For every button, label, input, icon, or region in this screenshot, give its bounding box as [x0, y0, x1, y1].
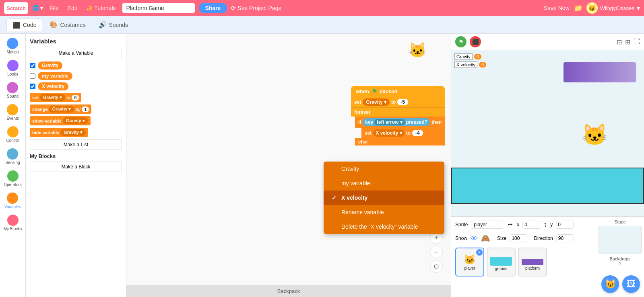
add-sprite-area: 😺 🖼	[601, 275, 640, 293]
sprite-thumb-player[interactable]: ✕ 🐱 player	[455, 248, 484, 277]
motion-label: Motion	[6, 50, 19, 54]
code-tab-icon: ⬛	[12, 21, 21, 29]
myvariable-chip[interactable]: my variable	[38, 72, 72, 80]
sidebar-item-events[interactable]: Events	[6, 104, 19, 121]
direction-input[interactable]	[556, 234, 574, 242]
variables-label: Variables	[4, 205, 21, 209]
stage-fullscreen-button[interactable]: ⛶	[634, 38, 640, 45]
tab-sounds[interactable]: 🔊 Sounds	[93, 18, 134, 31]
when-flag-clicked-block[interactable]: when ⚑ clicked	[351, 86, 445, 97]
show-var-field[interactable]: Gravity ▾	[63, 117, 88, 124]
folder-icon[interactable]: 📁	[574, 4, 582, 12]
main-block-stack[interactable]: when ⚑ clicked set Gravity ▾ to -5 forev…	[351, 86, 445, 145]
canvas-cat-decoration: 🐱	[409, 42, 427, 59]
if-block[interactable]: if key left arrow ▾ pressed? then	[355, 117, 445, 128]
sidebar-item-motion[interactable]: Motion	[6, 38, 19, 54]
dropdown-item-xvelocity[interactable]: ✓ X velocity	[324, 190, 444, 205]
make-variable-button[interactable]: Make a Variable	[30, 48, 122, 58]
see-project-button[interactable]: ⟳ See Project Page	[231, 5, 281, 11]
xvelocity-pill[interactable]: X velocity ▾	[373, 129, 404, 137]
set-var-field[interactable]: Gravity ▾	[40, 94, 65, 101]
stage-area: ⚑ ⬛ ⊡ ⊞ ⛶ Gravity 0 X velocity 0	[451, 34, 644, 217]
green-flag-button[interactable]: ⚑	[455, 36, 466, 47]
tab-code[interactable]: ⬛ Code	[6, 18, 42, 31]
sensing-label: Sensing	[5, 160, 20, 165]
control-icon	[7, 126, 19, 137]
else-block[interactable]: else	[355, 138, 445, 145]
change-var-field[interactable]: Gravity ▾	[49, 106, 74, 113]
forever-block[interactable]: forever	[351, 108, 445, 117]
show-variable-block[interactable]: show variable Gravity ▾	[30, 116, 91, 125]
set-block-row: set Gravity ▾ to 0	[30, 93, 122, 102]
sprite-x-input[interactable]	[522, 221, 540, 229]
add-backdrop-button[interactable]: 🖼	[622, 275, 640, 293]
set-block[interactable]: set Gravity ▾ to 0	[30, 93, 81, 102]
xvelocity-checkbox[interactable]	[30, 84, 35, 89]
gravity-chip[interactable]: Gravity	[38, 61, 62, 70]
sounds-tab-icon: 🔊	[99, 21, 107, 29]
set-xvelocity-block[interactable]: set X velocity ▾ to -4	[361, 128, 445, 138]
xvelocity-value[interactable]: -4	[412, 130, 423, 136]
sprite-y-input[interactable]	[556, 221, 574, 229]
size-input[interactable]	[510, 234, 527, 242]
dropdown-item-gravity[interactable]: Gravity	[324, 162, 444, 176]
variables-icon	[7, 193, 18, 204]
stop-button[interactable]: ⬛	[470, 36, 481, 47]
hide-variable-block[interactable]: hide variable Gravity ▾	[30, 128, 88, 137]
stage-small-mode-button[interactable]: ⊡	[617, 38, 622, 46]
sidebar-item-control[interactable]: Control	[6, 126, 19, 143]
dropdown-item-rename[interactable]: Rename variable	[324, 205, 444, 219]
user-menu[interactable]: 😺 WiingyClasses ▾	[586, 2, 640, 14]
stage-side-label: Stage	[599, 219, 642, 224]
zoom-out-button[interactable]: −	[430, 246, 443, 258]
sidebar-item-sound[interactable]: Sound	[7, 82, 19, 98]
sprite-name-input[interactable]	[471, 221, 503, 229]
sprite-thumb-ground[interactable]: ground	[487, 248, 516, 277]
zoom-reset-button[interactable]: ⬡	[430, 260, 443, 273]
change-block[interactable]: change Gravity ▾ by 1	[30, 104, 91, 114]
add-sprite-button[interactable]: 😺	[601, 275, 619, 293]
make-list-button[interactable]: Make a List	[30, 139, 122, 150]
sidebar-item-looks[interactable]: Looks	[7, 60, 19, 76]
sidebar-item-operators[interactable]: Operators	[4, 170, 21, 187]
sound-label: Sound	[7, 94, 19, 98]
gravity-pill[interactable]: Gravity ▾	[363, 98, 390, 106]
top-navigation: Scratch 🌐 ▾ File Edit ✨ Tutorials Share …	[0, 0, 644, 16]
edit-menu[interactable]: Edit	[65, 4, 80, 12]
stage-mini-preview[interactable]	[599, 226, 642, 254]
sprite-thumb-platform[interactable]: platform	[518, 248, 547, 277]
project-title-input[interactable]	[122, 3, 195, 13]
sprite-delete-player[interactable]: ✕	[476, 249, 483, 256]
share-button[interactable]: Share	[199, 3, 227, 13]
hide-var-field[interactable]: Gravity ▾	[60, 129, 86, 136]
set-gravity-block[interactable]: set Gravity ▾ to -5	[351, 97, 445, 108]
show-eye-hidden[interactable]: 🙈	[481, 234, 490, 243]
xvelocity-chip[interactable]: X velocity	[38, 82, 68, 90]
make-block-button[interactable]: Make a Block	[30, 162, 122, 172]
show-eye-visible[interactable]: 👁	[471, 234, 478, 243]
tutorials-button[interactable]: ✨ Tutorials	[84, 4, 118, 12]
dropdown-item-delete[interactable]: Delete the "X velocity" variable	[324, 219, 444, 234]
file-menu[interactable]: File	[47, 4, 61, 12]
stage-cat-sprite[interactable]: 🐱	[582, 123, 608, 147]
dropdown-item-myvariable[interactable]: my variable	[324, 176, 444, 190]
when-label: when	[356, 88, 369, 94]
stage-normal-mode-button[interactable]: ⊞	[625, 38, 630, 46]
save-now-button[interactable]: Save Now	[544, 5, 570, 11]
set-value[interactable]: 0	[72, 95, 79, 100]
sidebar-item-sensing[interactable]: Sensing	[5, 148, 20, 165]
events-label: Events	[6, 116, 19, 121]
globe-button[interactable]: 🌐 ▾	[32, 5, 43, 11]
key-value[interactable]: left arrow ▾	[374, 119, 405, 125]
tab-costumes[interactable]: 🎨 Costumes	[44, 18, 91, 31]
change-value[interactable]: 1	[82, 107, 89, 112]
gravity-checkbox[interactable]	[30, 63, 35, 68]
myvariable-checkbox[interactable]	[30, 73, 35, 79]
backpack-bar[interactable]: Backpack	[126, 285, 451, 297]
sidebar-item-variables[interactable]: Variables	[4, 193, 21, 209]
sidebar-item-myblocks[interactable]: My Blocks	[4, 215, 22, 231]
stage-variable-display: Gravity 0 X velocity 0	[454, 53, 486, 68]
script-area[interactable]: 🐱 when ⚑ clicked set Gravity ▾ to -5 for…	[126, 34, 451, 297]
gravity-value-box[interactable]: -5	[397, 99, 408, 105]
key-pressed-condition[interactable]: key left arrow ▾ pressed?	[363, 118, 430, 126]
